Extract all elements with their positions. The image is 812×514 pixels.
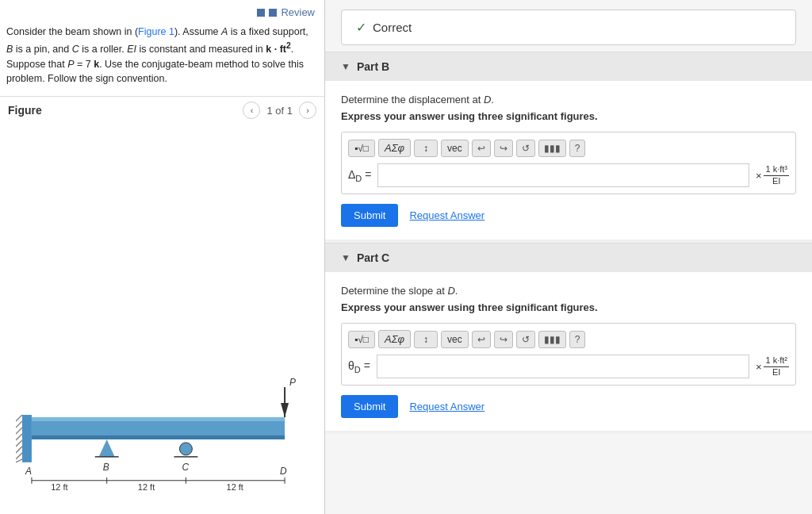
part-b-instruction: Express your answer using three signific… [341,110,796,122]
svg-line-3 [16,434,22,440]
part-b-request-button[interactable]: Request Answer [409,209,485,221]
label-c: C [182,462,189,473]
figure-pagination: ‹ 1 of 1 › [243,102,316,119]
dim-label-bc: 12 ft [138,482,155,490]
part-c-header[interactable]: ▼ Part C [325,243,812,272]
svg-line-5 [16,447,22,453]
part-b-actions: Submit Request Answer [341,204,796,227]
part-c-section: ▼ Part C Determine the slope at D. Expre… [325,243,812,434]
part-c-unit: × 1 k·ft² EI [756,355,789,377]
svg-line-7 [16,459,22,462]
figure-nav: Figure ‹ 1 of 1 › [0,97,324,124]
toolbar-b-help-btn[interactable]: ? [569,140,586,157]
part-b-numerator: 1 k·ft³ [764,164,789,175]
toolbar-b-arrow-btn[interactable]: ↕ [414,140,438,157]
correct-text: Correct [373,21,412,34]
part-c-input-row: θD = × 1 k·ft² EI [348,355,789,378]
toolbar-c-keyboard-btn[interactable]: ▮▮▮ [538,331,566,348]
label-b: B [103,462,109,473]
part-c-numerator: 1 k·ft² [764,355,789,366]
part-c-label: Part C [357,251,389,264]
toolbar-b-vec-btn[interactable]: vec [441,140,469,157]
review-bar: Review [0,0,324,25]
part-c-var-label: θD = [348,359,370,374]
part-b-var-label: ΔD = [348,168,371,183]
beam-top [32,417,285,421]
toolbar-b-format-btn[interactable]: ▪√□ [348,140,375,157]
toolbar-c-help-btn[interactable]: ? [569,331,586,348]
part-b-submit-button[interactable]: Submit [341,204,398,227]
toolbar-c-undo-btn[interactable]: ↩ [472,331,491,348]
toolbar-c-format-btn[interactable]: ▪√□ [348,331,375,348]
load-label: P [289,377,296,388]
dim-label-ab: 12 ft [51,482,67,490]
toolbar-b-undo-btn[interactable]: ↩ [472,140,491,157]
label-a: A [25,466,32,477]
figure-area: Figure ‹ 1 of 1 › [0,96,324,514]
figure-link[interactable]: Figure 1 [138,26,174,37]
figure-title: Figure [8,104,42,117]
toolbar-b-reset-btn[interactable]: ↺ [516,140,535,157]
part-c-toolbar: ▪√□ ΑΣφ ↕ vec ↩ ↪ ↺ ▮▮▮ ? [348,330,789,348]
part-b-answer-input[interactable] [377,163,749,187]
part-b-toolbar: ▪√□ ΑΣφ ↕ vec ↩ ↪ ↺ ▮▮▮ ? [348,139,789,157]
part-c-content: Determine the slope at D. Express your a… [325,272,812,431]
toolbar-c-greek-btn[interactable]: ΑΣφ [378,330,411,348]
check-icon: ✓ [356,20,366,35]
toolbar-c-redo-btn[interactable]: ↪ [494,331,513,348]
part-b-question: Determine the displacement at D. [341,94,796,105]
part-b-input-row: ΔD = × 1 k·ft³ EI [348,163,789,187]
part-c-toggle-icon: ▼ [341,252,350,263]
load-arrow-head [281,403,289,417]
part-c-input-container: ▪√□ ΑΣφ ↕ vec ↩ ↪ ↺ ▮▮▮ ? θD = × [341,323,796,386]
svg-line-2 [16,428,22,434]
part-c-question: Determine the slope at D. [341,285,796,297]
correct-banner: ✓ Correct [341,10,796,45]
beam-svg: P A B C D 12 ft 12 ft 12 ft [16,339,308,490]
wall-a [22,415,32,462]
toolbar-c-arrow-btn[interactable]: ↕ [414,331,438,348]
toolbar-c-vec-btn[interactable]: vec [441,331,469,348]
part-b-denominator: EI [771,176,782,186]
part-b-label: Part B [357,60,389,73]
beam-bottom [32,435,285,439]
pin-b [99,439,115,457]
review-icon-1 [257,9,265,17]
toolbar-b-keyboard-btn[interactable]: ▮▮▮ [538,140,566,157]
part-b-section: ▼ Part B Determine the displacement at D… [325,52,812,243]
svg-line-0 [16,415,22,421]
right-panel: ✓ Correct ▼ Part B Determine the displac… [325,0,812,514]
dim-label-cd: 12 ft [227,482,243,490]
review-label: Review [281,6,315,18]
problem-text: Consider the beam shown in (Figure 1). A… [0,25,324,96]
part-c-request-button[interactable]: Request Answer [409,401,485,412]
review-icon-2 [269,9,277,17]
part-c-answer-input[interactable] [377,355,749,378]
part-b-header[interactable]: ▼ Part B [325,52,812,81]
toolbar-b-redo-btn[interactable]: ↪ [494,140,513,157]
part-c-actions: Submit Request Answer [341,395,796,418]
part-c-unit-fraction: 1 k·ft² EI [764,355,789,377]
prev-button[interactable]: ‹ [243,102,260,119]
part-b-input-container: ▪√□ ΑΣφ ↕ vec ↩ ↪ ↺ ▮▮▮ ? ΔD = × [341,132,796,194]
part-c-instruction: Express your answer using three signific… [341,301,796,313]
svg-line-4 [16,440,22,447]
toolbar-b-greek-btn[interactable]: ΑΣφ [378,139,411,157]
pagination-text: 1 of 1 [266,105,293,117]
part-b-content: Determine the displacement at D. Express… [325,81,812,240]
label-d: D [280,466,287,477]
toolbar-c-reset-btn[interactable]: ↺ [516,331,535,348]
svg-line-6 [16,453,22,459]
part-b-toggle-icon: ▼ [341,61,350,72]
part-c-denominator: EI [771,367,782,378]
left-panel: Review Consider the beam shown in (Figur… [0,0,325,514]
roller-c [179,443,192,455]
part-b-unit: × 1 k·ft³ EI [756,164,789,186]
beam-diagram: P A B C D 12 ft 12 ft 12 ft [0,124,324,514]
part-b-unit-fraction: 1 k·ft³ EI [764,164,789,186]
part-c-submit-button[interactable]: Submit [341,395,398,418]
svg-line-1 [16,421,22,428]
next-button[interactable]: › [299,102,316,119]
